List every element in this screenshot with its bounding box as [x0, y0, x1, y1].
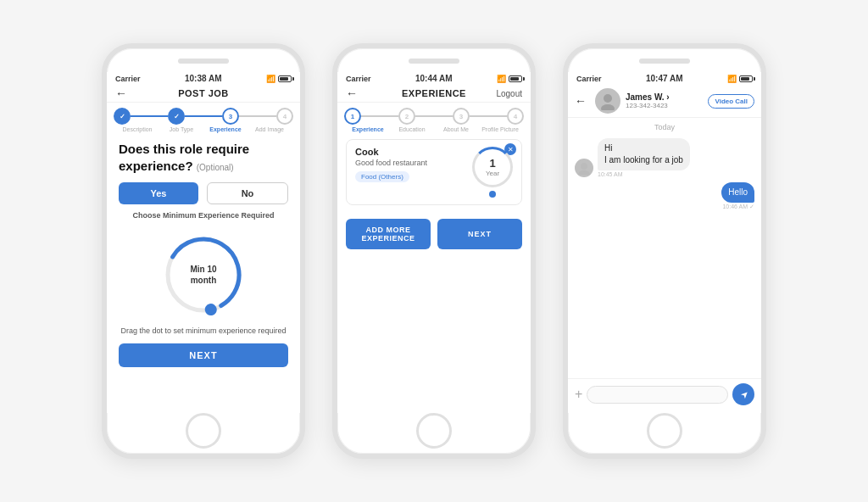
- contact-header: ← James W. › 123-342-3423 Video Call: [568, 85, 761, 118]
- svg-point-2: [203, 303, 218, 317]
- message-col-1: HiI am looking for a job 10:45 AM: [598, 138, 690, 177]
- slider-value: Min 10 month: [190, 265, 216, 285]
- back-button-1[interactable]: ←: [115, 86, 127, 100]
- duration-label: Year: [486, 170, 499, 177]
- chat-date-label: Today: [568, 118, 761, 135]
- scene: Carrier 10:38 AM 📶 ← POST JOB ✓ ✓: [0, 0, 868, 502]
- message-bubble-1: HiI am looking for a job: [598, 138, 690, 170]
- next-button-2[interactable]: NEXT: [437, 219, 522, 249]
- drag-label: Drag the dot to set minimum experience r…: [107, 325, 300, 340]
- battery-icon-3: [739, 75, 753, 82]
- category-tag: Food (Others): [355, 171, 409, 182]
- status-icons-1: 📶: [266, 75, 292, 83]
- duration-value: 1: [489, 157, 495, 170]
- message-time-1: 10:45 AM: [598, 171, 690, 177]
- no-button[interactable]: No: [207, 182, 288, 204]
- step-lbl-2-4: Profile Picture: [478, 126, 522, 132]
- card-left: Cook Good food restaurant Food (Others): [355, 147, 472, 182]
- company-name: Good food restaurant: [355, 159, 472, 167]
- time-3: 10:47 AM: [646, 74, 683, 83]
- steps-2: 1 2 3 4 Experience Education About Me Pr…: [337, 103, 531, 132]
- circular-slider[interactable]: Min 10 month: [157, 228, 250, 321]
- experience-question: Does this role require experience? (Opti…: [107, 132, 300, 177]
- step-1-1: ✓: [114, 108, 131, 125]
- contact-info: James W. › 123-342-3423: [626, 92, 703, 109]
- phone-1-screen: Carrier 10:38 AM 📶 ← POST JOB ✓ ✓: [107, 72, 300, 413]
- step-lbl-1-1: Description: [115, 126, 159, 132]
- page-title-1: POST JOB: [178, 88, 229, 98]
- steps-1: ✓ ✓ 3 4 Description Job Type Experience …: [107, 103, 300, 132]
- status-bar-1: Carrier 10:38 AM 📶: [107, 72, 300, 85]
- message-time-2: 10:46 AM ✓: [721, 204, 754, 210]
- step-lbl-2-2: Education: [390, 126, 434, 132]
- time-1: 10:38 AM: [185, 74, 222, 83]
- step-2-2: 2: [398, 108, 415, 125]
- contact-name[interactable]: James W. ›: [626, 92, 703, 102]
- status-bar-3: Carrier 10:47 AM 📶: [568, 72, 761, 85]
- step-lbl-1-3: Experience: [203, 126, 248, 132]
- svg-point-6: [578, 170, 590, 175]
- optional-label: (Optional): [197, 163, 234, 172]
- send-button[interactable]: ➤: [732, 383, 754, 405]
- message-row-2: Hello 10:46 AM ✓: [575, 182, 754, 210]
- nav-bar-2: ← EXPERIENCE Logout: [337, 85, 531, 103]
- connector-1-1: [131, 115, 168, 117]
- next-button-1[interactable]: NEXT: [119, 343, 288, 367]
- signal-icon-2: 📶: [497, 75, 506, 83]
- time-2: 10:44 AM: [415, 74, 453, 83]
- step-2-4: 4: [507, 108, 524, 125]
- slider-dot: [489, 191, 496, 198]
- svg-point-5: [581, 163, 587, 170]
- page-title-2: EXPERIENCE: [402, 88, 466, 98]
- step-2-3: 3: [453, 108, 470, 125]
- step-1-3: 3: [222, 108, 239, 125]
- conn-2-3: [470, 115, 507, 117]
- contact-phone: 123-342-3423: [626, 102, 703, 109]
- phone-2-screen: Carrier 10:44 AM 📶 ← EXPERIENCE Logout 1…: [337, 72, 531, 413]
- yes-button[interactable]: Yes: [119, 182, 198, 204]
- chat-input[interactable]: [587, 386, 728, 404]
- carrier-1: Carrier: [115, 75, 141, 83]
- battery-icon-1: [278, 75, 292, 82]
- send-icon: ➤: [737, 388, 751, 401]
- svg-point-4: [601, 104, 615, 110]
- video-call-button[interactable]: Video Call: [708, 94, 754, 109]
- add-attachment-button[interactable]: +: [575, 388, 582, 401]
- step-1-2: ✓: [168, 108, 185, 125]
- p2-buttons: ADD MORE EXPERIENCE NEXT: [337, 212, 531, 256]
- phone-3: Carrier 10:47 AM 📶 ← James W. › 123-342-…: [563, 43, 766, 459]
- signal-icon-3: 📶: [727, 75, 737, 83]
- experience-card: Cook Good food restaurant Food (Others) …: [346, 139, 522, 205]
- circular-slider-container: Min 10 month: [107, 221, 300, 325]
- step-lbl-1-4: Add Image: [248, 126, 292, 132]
- card-right-wrapper: ✕ 1 Year: [472, 147, 513, 198]
- connector-1-2: [185, 115, 222, 117]
- step-1-4: 4: [276, 108, 293, 125]
- contact-avatar: [595, 88, 620, 114]
- add-more-button[interactable]: ADD MORE EXPERIENCE: [346, 219, 431, 249]
- step-lbl-1-2: Job Type: [159, 126, 203, 132]
- connector-1-3: [239, 115, 276, 117]
- nav-bar-1: ← POST JOB: [107, 85, 300, 103]
- status-icons-3: 📶: [727, 75, 753, 83]
- status-bar-2: Carrier 10:44 AM 📶: [337, 72, 531, 85]
- slider-center-text: Min 10 month: [181, 264, 227, 286]
- conn-2-2: [415, 115, 453, 117]
- logout-button[interactable]: Logout: [496, 89, 522, 98]
- battery-icon-2: [509, 75, 522, 82]
- message-bubble-2: Hello: [721, 182, 754, 203]
- yes-no-row: Yes No: [107, 177, 300, 209]
- status-icons-2: 📶: [497, 75, 522, 83]
- svg-point-3: [604, 94, 612, 103]
- conn-2-1: [361, 115, 398, 117]
- sender-avatar-1: [575, 159, 593, 177]
- step-2-1: 1: [344, 108, 361, 125]
- messages-list: HiI am looking for a job 10:45 AM Hello …: [568, 135, 761, 378]
- phone-1: Carrier 10:38 AM 📶 ← POST JOB ✓ ✓: [102, 43, 305, 459]
- carrier-2: Carrier: [346, 75, 371, 83]
- step-lbl-2-1: Experience: [346, 126, 390, 132]
- back-button-3[interactable]: ←: [575, 94, 587, 108]
- job-title: Cook: [355, 147, 472, 157]
- phone-2: Carrier 10:44 AM 📶 ← EXPERIENCE Logout 1…: [332, 43, 536, 459]
- back-button-2[interactable]: ←: [346, 86, 358, 100]
